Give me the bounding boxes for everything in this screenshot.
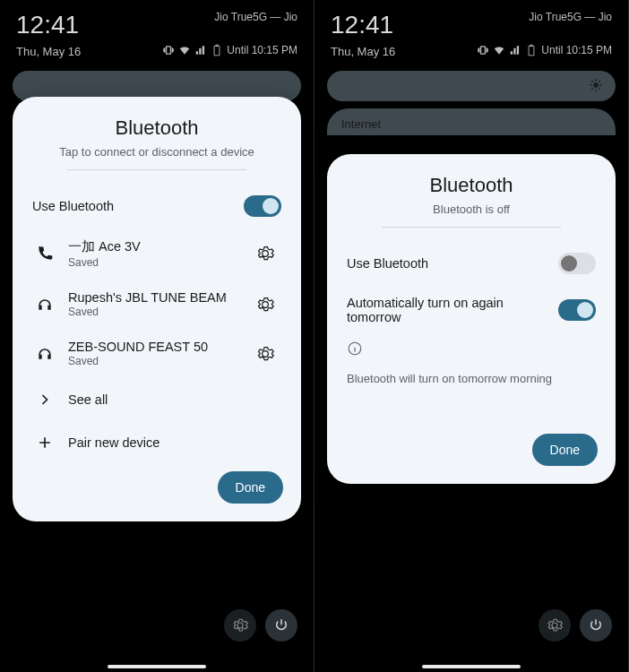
done-button[interactable]: Done [532, 434, 598, 466]
status-bar: 12:41 Jio True5G — Jio [314, 0, 628, 43]
use-bluetooth-label: Use Bluetooth [347, 256, 558, 271]
brightness-slider[interactable] [576, 120, 603, 123]
bluetooth-panel-on: Bluetooth Tap to connect or disconnect a… [13, 97, 301, 521]
see-all-label: See all [68, 392, 281, 407]
nav-bar[interactable] [422, 665, 521, 668]
use-bluetooth-toggle[interactable] [558, 253, 596, 274]
device-row[interactable]: 一加 Ace 3V Saved [13, 228, 301, 280]
device-status: Saved [68, 256, 249, 269]
panel-title: Bluetooth [34, 116, 280, 140]
clock: 12:41 [16, 11, 79, 39]
bg-internet-panel: Internet [327, 108, 616, 135]
auto-turn-on-label: Automatically turn on again tomorrow [347, 296, 526, 324]
battery-icon [525, 44, 538, 56]
info-icon [347, 340, 596, 359]
signal-icon [509, 44, 521, 56]
brightness-icon [589, 78, 603, 96]
svg-point-0 [593, 82, 598, 87]
nav-bar[interactable] [108, 665, 206, 668]
pair-new-device-row[interactable]: Pair new device [13, 421, 301, 464]
screen-right: 12:41 Jio True5G — Jio Thu, May 16 Until… [314, 0, 629, 672]
carrier-label: Jio True5G — Jio [214, 11, 297, 23]
chevron-right-icon [32, 391, 57, 409]
signal-icon [194, 44, 207, 56]
use-bluetooth-row[interactable]: Use Bluetooth [13, 185, 301, 228]
carrier-label: Jio True5G — Jio [529, 11, 612, 23]
status-bar: 12:41 Jio True5G — Jio [0, 0, 314, 43]
panel-subtitle: Bluetooth is off [349, 202, 594, 216]
auto-turn-on-row[interactable]: Automatically turn on again tomorrow [327, 285, 616, 335]
settings-button[interactable] [539, 609, 571, 642]
vibrate-icon [162, 44, 175, 56]
bluetooth-panel-off: Bluetooth Bluetooth is off Use Bluetooth… [327, 154, 616, 484]
power-button[interactable] [265, 609, 297, 642]
done-button[interactable]: Done [218, 471, 283, 504]
clock: 12:41 [331, 11, 393, 39]
divider [67, 169, 246, 170]
device-settings-button[interactable] [249, 296, 281, 314]
power-button[interactable] [580, 609, 612, 642]
device-settings-button[interactable] [249, 245, 281, 263]
info-text: Bluetooth will turn on tomorrow morning [347, 372, 596, 385]
device-name: ZEB-SOUND FEAST 50 [68, 340, 249, 354]
device-name: 一加 Ace 3V [68, 238, 249, 255]
use-bluetooth-label: Use Bluetooth [32, 199, 244, 213]
wifi-icon [178, 44, 191, 56]
device-row[interactable]: ZEB-SOUND FEAST 50 Saved [13, 329, 301, 378]
phone-icon [32, 245, 57, 263]
see-all-row[interactable]: See all [13, 378, 301, 421]
headphones-icon [32, 296, 57, 314]
panel-subtitle: Tap to connect or disconnect a device [34, 145, 280, 159]
screen-left: 12:41 Jio True5G — Jio Thu, May 16 Until… [0, 0, 314, 672]
until-label: Until 10:15 PM [227, 44, 297, 56]
battery-icon [211, 44, 223, 56]
divider [382, 227, 561, 228]
device-status: Saved [68, 355, 249, 367]
plus-icon [32, 434, 57, 452]
device-row[interactable]: Rupesh's JBL TUNE BEAM Saved [13, 280, 301, 329]
device-name: Rupesh's JBL TUNE BEAM [68, 290, 249, 305]
auto-turn-on-toggle[interactable] [558, 299, 596, 321]
use-bluetooth-row[interactable]: Use Bluetooth [327, 242, 616, 285]
device-settings-button[interactable] [249, 345, 281, 363]
headphones-icon [32, 345, 57, 363]
bg-brightness-pill [327, 71, 616, 101]
device-status: Saved [68, 306, 249, 318]
panel-title: Bluetooth [349, 174, 594, 197]
use-bluetooth-toggle[interactable] [244, 195, 281, 217]
pair-new-label: Pair new device [68, 435, 281, 450]
until-label: Until 10:15 PM [541, 44, 612, 56]
wifi-icon [493, 44, 505, 56]
settings-button[interactable] [224, 609, 256, 642]
vibrate-icon [477, 44, 489, 56]
